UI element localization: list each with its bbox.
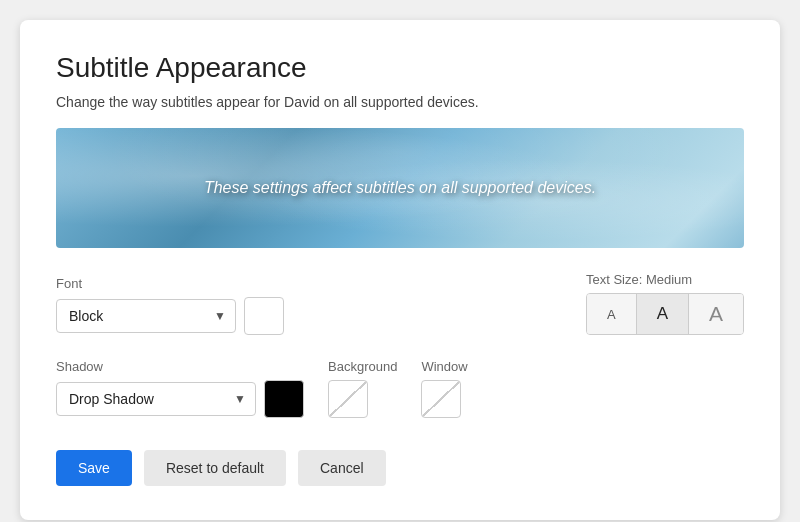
page-title: Subtitle Appearance [56, 52, 744, 84]
shadow-color-swatch[interactable] [264, 380, 304, 418]
bottom-controls-row: Shadow Drop Shadow None Raised Depressed… [56, 359, 744, 418]
text-size-large-label: A [709, 302, 723, 326]
text-size-small-label: A [607, 307, 616, 322]
preview-text: These settings affect subtitles on all s… [204, 179, 596, 197]
preview-banner: These settings affect subtitles on all s… [56, 128, 744, 248]
top-controls-row: Font Block Arial Serif Sans-Serif Casual… [56, 272, 744, 335]
text-size-buttons: A A A [586, 293, 744, 335]
font-select[interactable]: Block Arial Serif Sans-Serif Casual Curs… [56, 299, 236, 333]
background-label: Background [328, 359, 397, 374]
reset-button[interactable]: Reset to default [144, 450, 286, 486]
text-size-medium-label: A [657, 304, 668, 324]
window-label: Window [421, 359, 467, 374]
text-size-label: Text Size: Medium [586, 272, 744, 287]
background-color-swatch[interactable] [328, 380, 368, 418]
text-size-group: Text Size: Medium A A A [586, 272, 744, 335]
window-color-swatch[interactable] [421, 380, 461, 418]
font-controls: Block Arial Serif Sans-Serif Casual Curs… [56, 297, 284, 335]
shadow-select[interactable]: Drop Shadow None Raised Depressed Unifor… [56, 382, 256, 416]
shadow-label: Shadow [56, 359, 304, 374]
shadow-controls: Drop Shadow None Raised Depressed Unifor… [56, 380, 304, 418]
shadow-group: Shadow Drop Shadow None Raised Depressed… [56, 359, 304, 418]
text-size-large-button[interactable]: A [689, 294, 743, 334]
save-button[interactable]: Save [56, 450, 132, 486]
page-description: Change the way subtitles appear for Davi… [56, 94, 744, 110]
font-group: Font Block Arial Serif Sans-Serif Casual… [56, 276, 284, 335]
font-color-swatch[interactable] [244, 297, 284, 335]
cancel-button[interactable]: Cancel [298, 450, 386, 486]
background-group: Background [328, 359, 397, 418]
font-label: Font [56, 276, 284, 291]
action-row: Save Reset to default Cancel [56, 450, 744, 486]
font-select-wrapper[interactable]: Block Arial Serif Sans-Serif Casual Curs… [56, 299, 236, 333]
shadow-select-wrapper[interactable]: Drop Shadow None Raised Depressed Unifor… [56, 382, 256, 416]
window-group: Window [421, 359, 467, 418]
subtitle-appearance-card: Subtitle Appearance Change the way subti… [20, 20, 780, 520]
text-size-small-button[interactable]: A [587, 294, 637, 334]
text-size-medium-button[interactable]: A [637, 294, 689, 334]
